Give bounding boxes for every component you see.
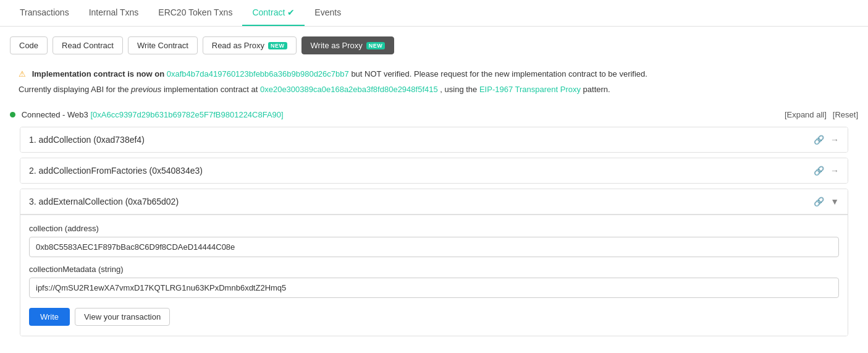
contract-item-3: 3. addExternalCollection (0xa7b65d02)🔗▼c… [20,189,848,336]
link-icon-1[interactable]: 🔗 [814,135,824,145]
contract-item-2: 2. addCollectionFromFactories (0x540834e… [20,158,848,184]
expanded-content-3: collection (address)collectionMetadata (… [20,215,848,336]
tab-erc20[interactable]: ERC20 Token Txns [148,0,242,26]
contract-item-1: 1. addCollection (0xad738ef4)🔗→ [20,127,848,153]
subtab-read-contract[interactable]: Read Contract [53,36,123,54]
contract-title-3: 3. addExternalCollection (0xa7b65d02) [29,197,179,206]
warning-text-after2: implementation contract at [164,85,258,94]
warning-address1[interactable]: 0xafb4b7da419760123bfebb6a36b9b980d26c7b… [167,69,349,79]
write-button[interactable]: Write [29,308,70,326]
arrow-icon-2[interactable]: → [830,166,839,176]
connected-actions: [Expand all] [Reset] [785,110,858,119]
verified-icon: ✔ [287,7,295,17]
expand-all-button[interactable]: [Expand all] [785,110,827,119]
tab-events[interactable]: Events [305,0,351,26]
contract-row-2[interactable]: 2. addCollectionFromFactories (0x540834e… [20,158,848,183]
contract-row-icons-3: 🔗▼ [814,197,839,206]
contract-row-icons-2: 🔗→ [814,166,839,176]
contract-title-2: 2. addCollectionFromFactories (0x540834e… [29,166,203,176]
reset-button[interactable]: [Reset] [833,110,858,119]
view-transaction-button[interactable]: View your transaction [75,308,170,326]
field-label-3-0: collection (address) [29,224,839,233]
tab-contract[interactable]: Contract ✔ [242,0,305,26]
connected-info: Connected - Web3 [0xA6cc9397d29b631b6978… [10,110,284,119]
contract-title-1: 1. addCollection (0xad738ef4) [29,135,145,145]
warning-text-end: pattern. [583,85,610,94]
subtab-read-proxy[interactable]: Read as Proxy NEW [203,36,297,54]
tab-internal-txns[interactable]: Internal Txns [79,0,149,26]
field-input-3-0[interactable] [29,237,839,257]
connected-address[interactable]: [0xA6cc9397d29b631b69782e5F7fB9801224C8F… [90,110,283,119]
contract-row-icons-1: 🔗→ [814,135,839,145]
subtabs-row: Code Read Contract Write Contract Read a… [0,27,868,62]
warning-text-before: Implementation contract is now on [32,69,165,79]
contract-list: 1. addCollection (0xad738ef4)🔗→2. addCol… [10,127,858,336]
warning-text-before2: Currently displaying ABI for the [19,85,129,94]
link-icon-2[interactable]: 🔗 [814,166,824,176]
field-input-3-1[interactable] [29,278,839,298]
contract-row-3[interactable]: 3. addExternalCollection (0xa7b65d02)🔗▼ [20,189,848,215]
link-icon-3[interactable]: 🔗 [814,197,824,206]
warning-text-middle: but NOT verified. Please request for the… [351,69,647,79]
main-tabs: Transactions Internal Txns ERC20 Token T… [0,0,868,27]
subtab-write-proxy[interactable]: Write as Proxy NEW [301,36,395,54]
warning-address2[interactable]: 0xe20e300389ca0e168a2eba3f8fd80e2948f5f4… [260,85,438,94]
arrow-icon-1[interactable]: → [830,135,839,145]
connected-label: Connected - Web3 [22,110,88,119]
warning-eip-link[interactable]: EIP-1967 Transparent Proxy [479,85,581,94]
warning-icon: ⚠ [19,69,26,79]
action-buttons: WriteView your transaction [29,308,839,326]
field-label-3-1: collectionMetadata (string) [29,265,839,274]
warning-text-after3: , using the [440,85,477,94]
subtab-code[interactable]: Code [10,36,48,54]
write-proxy-badge: NEW [366,42,386,49]
contract-row-1[interactable]: 1. addCollection (0xad738ef4)🔗→ [20,127,848,152]
read-proxy-badge: NEW [268,42,287,49]
subtab-write-contract[interactable]: Write Contract [128,36,198,54]
warning-italic: previous [131,85,161,94]
arrow-icon-3[interactable]: ▼ [830,197,839,206]
warning-box: ⚠ Implementation contract is now on 0xaf… [10,62,858,103]
connected-dot [10,112,15,117]
tab-transactions[interactable]: Transactions [10,0,79,26]
connected-bar: Connected - Web3 [0xA6cc9397d29b631b6978… [10,110,858,119]
